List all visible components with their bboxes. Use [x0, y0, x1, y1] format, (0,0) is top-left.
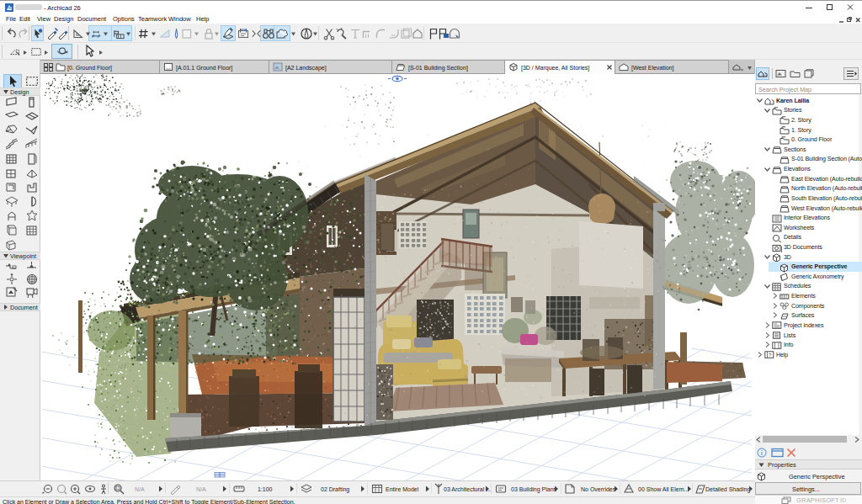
svg-text:?: ? [769, 353, 772, 358]
